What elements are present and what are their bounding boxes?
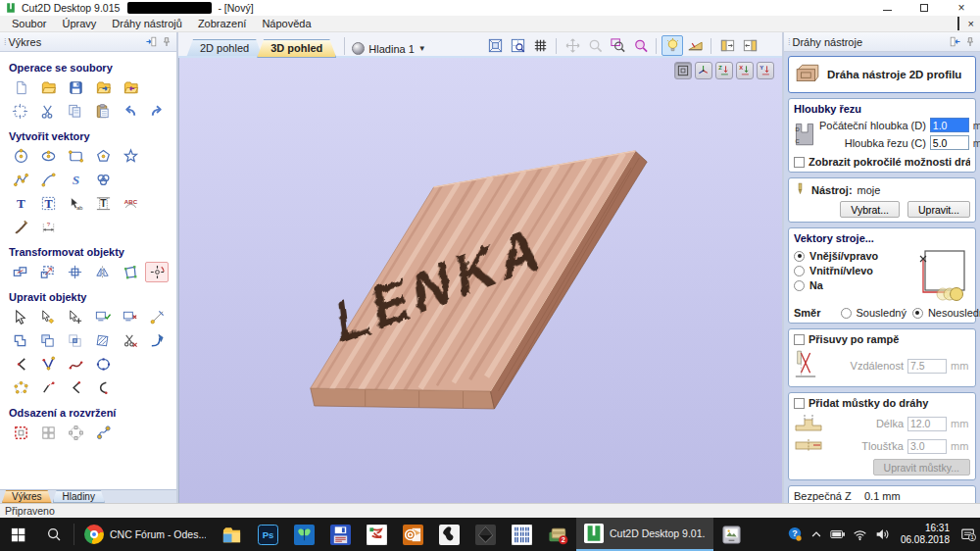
option-on[interactable]: Na xyxy=(794,279,909,291)
tab-2d-pohled[interactable]: 2D pohled xyxy=(186,39,263,58)
export-vectors-icon[interactable] xyxy=(119,77,142,98)
battery-icon[interactable] xyxy=(830,526,846,542)
mdi-restore-button[interactable] xyxy=(957,18,959,29)
taskbar-search-icon[interactable] xyxy=(36,518,72,551)
zoom-extents-button[interactable] xyxy=(484,35,506,56)
delete-duplicates-icon[interactable] xyxy=(118,307,141,327)
close-vector-icon[interactable] xyxy=(91,354,115,375)
array-copy-icon[interactable] xyxy=(36,423,60,443)
menu-drahy-nastroju[interactable]: Dráhy nástrojů xyxy=(104,17,190,30)
taskbar-app-butterfly[interactable] xyxy=(286,518,322,551)
notification-center-icon[interactable]: 1 xyxy=(960,526,976,542)
tab-vykres[interactable]: Výkres xyxy=(2,490,52,503)
draw-text-box-icon[interactable]: T xyxy=(36,193,60,214)
option-inside-left[interactable]: Vnitřní/vlevo xyxy=(794,265,909,276)
select-text-icon[interactable]: ab xyxy=(64,193,87,214)
cut-icon[interactable] xyxy=(36,101,60,122)
pin-panel-icon[interactable] xyxy=(161,36,172,48)
text-spacing-icon[interactable]: T xyxy=(91,193,115,214)
taskbar-app-red-app[interactable] xyxy=(359,518,395,551)
select-tool-button[interactable]: Vybrat... xyxy=(840,201,900,218)
draw-text-icon[interactable]: T xyxy=(9,193,32,214)
toggle-shading-button[interactable] xyxy=(662,35,683,56)
offset-vectors-icon[interactable] xyxy=(9,423,32,443)
job-setup-icon[interactable] xyxy=(9,101,32,122)
taskbar-app-cut2d[interactable]: Cut2D Desktop 9.01... xyxy=(576,518,713,551)
draw-curve-icon[interactable]: S xyxy=(64,170,87,190)
drag-grip-icon[interactable]: ⁞ xyxy=(4,37,6,47)
copy-icon[interactable] xyxy=(64,101,87,122)
fit-arc-1-icon[interactable] xyxy=(64,377,87,398)
tray-chevron-up-icon[interactable] xyxy=(809,527,823,541)
taskbar-app-figure[interactable] xyxy=(431,518,467,551)
fit-points-icon[interactable] xyxy=(36,354,60,375)
view-z-button[interactable]: Z xyxy=(715,62,733,79)
iso-view-button[interactable] xyxy=(695,62,712,79)
toggle-right-panel-button[interactable] xyxy=(739,35,760,56)
collapse-panel-icon[interactable] xyxy=(145,35,158,48)
paste-icon[interactable] xyxy=(90,101,114,122)
edit-tool-button[interactable]: Upravit... xyxy=(907,201,970,218)
drag-grip-icon[interactable]: ⁞ xyxy=(788,37,790,47)
taskbar-app-photoshop[interactable]: Ps xyxy=(250,518,286,551)
draw-polyline-icon[interactable] xyxy=(9,170,32,190)
toggle-left-panel-button[interactable] xyxy=(716,35,738,56)
rotate-object-icon[interactable] xyxy=(145,262,169,282)
taskbar-app-wallet[interactable]: 2 xyxy=(540,518,576,551)
layer-selector[interactable]: Hladina 1 ▼ xyxy=(352,42,425,55)
zoom-window-button[interactable] xyxy=(607,35,628,56)
start-depth-input[interactable] xyxy=(930,118,969,132)
view-x-button[interactable]: X xyxy=(736,62,754,79)
dimension-icon[interactable]: ? xyxy=(36,217,60,237)
ramp-checkbox[interactable] xyxy=(794,334,805,345)
menu-zobrazeni[interactable]: Zobrazení xyxy=(190,17,255,30)
select-cursor-icon[interactable] xyxy=(9,307,32,327)
open-file-icon[interactable] xyxy=(36,77,60,98)
fit-arc-2-icon[interactable] xyxy=(91,377,115,398)
tab-hladiny[interactable]: Hladiny xyxy=(53,490,105,503)
draw-star-icon[interactable] xyxy=(119,146,142,167)
close-button[interactable]: × xyxy=(943,0,980,16)
rotate-copy-icon[interactable] xyxy=(64,423,87,443)
trim-vectors-icon[interactable] xyxy=(64,330,87,351)
help-tray-icon[interactable]: ? xyxy=(787,526,803,542)
3d-view-canvas[interactable]: LENKA ZXY xyxy=(178,58,782,503)
scale-object-icon[interactable] xyxy=(36,262,60,282)
tab-3d-pohled[interactable]: 3D pohled xyxy=(257,39,336,58)
cut-depth-input[interactable] xyxy=(930,135,969,150)
mirror-object-icon[interactable] xyxy=(90,262,114,282)
import-vectors-icon[interactable] xyxy=(91,77,115,98)
taskbar-app-viewer[interactable] xyxy=(713,518,750,551)
taskbar-app-barcode[interactable] xyxy=(504,518,540,551)
hatch-fill-icon[interactable] xyxy=(90,330,114,351)
draw-ellipse-icon[interactable] xyxy=(36,146,60,167)
weld-vectors-icon[interactable] xyxy=(9,330,32,351)
extend-vector-icon[interactable] xyxy=(36,377,60,398)
redo-icon[interactable] xyxy=(145,101,169,122)
menu-napoveda[interactable]: Nápověda xyxy=(254,17,318,30)
nest-parts-icon[interactable] xyxy=(91,423,115,443)
fit-curve-tool-icon[interactable] xyxy=(64,354,87,375)
menu-soubor[interactable]: Soubor xyxy=(4,17,54,30)
draw-circle-icon[interactable] xyxy=(9,146,32,167)
node-edit-cursor-icon[interactable] xyxy=(36,307,60,327)
taskbar-app-inkscape[interactable] xyxy=(467,518,504,551)
menu-upravy[interactable]: Úpravy xyxy=(54,17,104,30)
draw-rectangle-icon[interactable] xyxy=(64,146,87,167)
taskbar-clock[interactable]: 16:31 06.08.2018 xyxy=(897,523,954,547)
option-outside-right[interactable]: Vnější/vpravo xyxy=(794,250,909,262)
zoom-selected-button[interactable] xyxy=(629,35,651,56)
align-object-icon[interactable] xyxy=(64,262,87,282)
draw-polygon-icon[interactable] xyxy=(91,146,115,167)
text-on-curve-icon[interactable]: ABC xyxy=(119,193,142,214)
cut-vector-icon[interactable] xyxy=(118,330,141,351)
taskbar-app-explorer[interactable] xyxy=(214,518,250,551)
taskbar-app-floppy[interactable] xyxy=(322,518,359,551)
restore-button[interactable] xyxy=(906,0,943,16)
taskbar-app-outlook[interactable] xyxy=(395,518,431,551)
start-button[interactable] xyxy=(0,518,36,551)
material-setup-button[interactable] xyxy=(684,35,706,56)
zoom-drawing-button[interactable] xyxy=(507,35,528,56)
pin-panel-icon[interactable] xyxy=(964,36,976,48)
chamfer-corner-icon[interactable] xyxy=(9,354,32,375)
